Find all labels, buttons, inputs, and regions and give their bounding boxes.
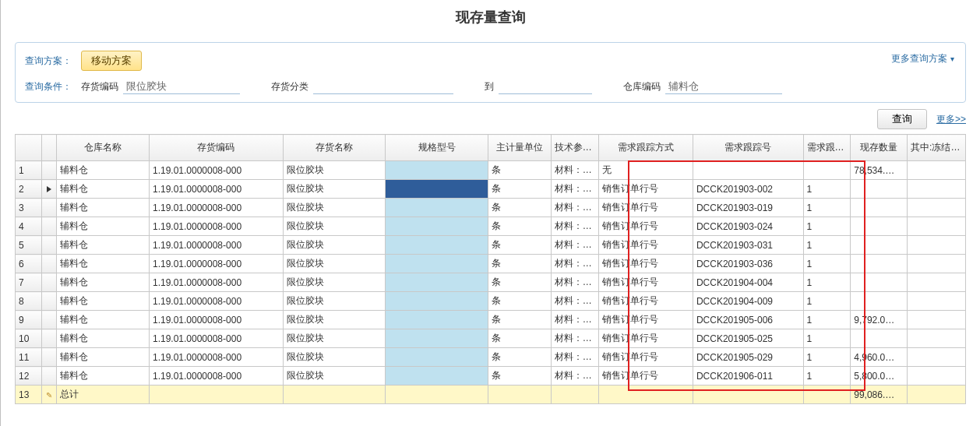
table-row[interactable]: 8辅料仓1.19.01.0000008-000限位胶块条材料：K…销售订单行号D… [16, 292, 966, 311]
cell-tech: 材料：K… [551, 273, 598, 292]
cell-spec[interactable] [386, 273, 488, 292]
plan-button[interactable]: 移动方案 [81, 51, 142, 71]
cell-idx: 2 [16, 180, 42, 199]
cell-unit: 条 [488, 255, 551, 273]
cell-unit: 条 [488, 348, 551, 367]
cell-unit: 条 [488, 236, 551, 255]
cell-dtm: 销售订单行号 [598, 311, 693, 329]
cell-frz [908, 348, 966, 367]
pencil-icon: ✎ [46, 391, 52, 400]
cell-unit: 条 [488, 329, 551, 348]
cell-dtn: DCCK201904-004 [693, 273, 803, 292]
cell-spec[interactable] [386, 161, 488, 180]
cell-tech: 材料：K… [551, 367, 598, 386]
cell-unit: 条 [488, 292, 551, 311]
cell-unit: 条 [488, 217, 551, 236]
cell-name: 限位胶块 [283, 161, 386, 180]
cell-idx: 8 [16, 292, 42, 311]
cell-qty [851, 329, 908, 348]
col-name-header[interactable]: 存货名称 [283, 135, 386, 161]
cell-mark [42, 199, 56, 217]
col-tech-header[interactable]: 技术参数1 [551, 135, 598, 161]
cell-code: 1.19.01.0000008-000 [149, 161, 283, 180]
cell-dtn [693, 161, 803, 180]
cell-mark [42, 348, 56, 367]
table-row[interactable]: 12辅料仓1.19.01.0000008-000限位胶块条材料：K…销售订单行号… [16, 367, 966, 386]
cell-tech: 材料：K… [551, 292, 598, 311]
table-row[interactable]: 5辅料仓1.19.01.0000008-000限位胶块条材料：K…销售订单行号D… [16, 236, 966, 255]
cell-idx: 3 [16, 199, 42, 217]
col-unit-header[interactable]: 主计量单位 [488, 135, 551, 161]
table-row[interactable]: 7辅料仓1.19.01.0000008-000限位胶块条材料：K…销售订单行号D… [16, 273, 966, 292]
cell-dtl: 1 [803, 311, 851, 329]
cell-spec[interactable] [386, 292, 488, 311]
cell-wh: 辅料仓 [56, 292, 149, 311]
cell-tech: 材料：K… [551, 311, 598, 329]
cell-mark [42, 236, 56, 255]
table-row[interactable]: 11辅料仓1.19.01.0000008-000限位胶块条材料：K…销售订单行号… [16, 348, 966, 367]
cell-spec[interactable] [386, 255, 488, 273]
cell-wh: 辅料仓 [56, 236, 149, 255]
cell-dtm: 销售订单行号 [598, 273, 693, 292]
cell-code: 1.19.01.0000008-000 [149, 217, 283, 236]
col-spec-header[interactable]: 规格型号 [386, 135, 488, 161]
cell-qty: 78,534.… [851, 161, 908, 180]
cell-spec[interactable] [386, 367, 488, 386]
cell-dtm: 销售订单行号 [598, 292, 693, 311]
cell-dtn: DCCK201903-036 [693, 255, 803, 273]
cell-dtn: DCCK201903-002 [693, 180, 803, 199]
col-wh-header[interactable]: 仓库名称 [56, 135, 149, 161]
table-row[interactable]: 3辅料仓1.19.01.0000008-000限位胶块条材料：K…销售订单行号D… [16, 199, 966, 217]
table-row[interactable]: 6辅料仓1.19.01.0000008-000限位胶块条材料：K…销售订单行号D… [16, 255, 966, 273]
cell-dtn: DCCK201905-029 [693, 348, 803, 367]
cell-code: 1.19.01.0000008-000 [149, 255, 283, 273]
cell-spec[interactable] [386, 329, 488, 348]
col-dtn-header[interactable]: 需求跟踪号 [693, 135, 803, 161]
cell-name: 限位胶块 [283, 199, 386, 217]
cell-dtl: 1 [803, 273, 851, 292]
col-idx-header[interactable] [16, 135, 42, 161]
cell-spec[interactable] [386, 236, 488, 255]
query-button[interactable]: 查询 [877, 109, 927, 129]
to-input[interactable] [499, 79, 592, 94]
cell-qty: 5,800.0… [851, 367, 908, 386]
cell-idx: 5 [16, 236, 42, 255]
table-row[interactable]: 2辅料仓1.19.01.0000008-000限位胶块条材料：K…销售订单行号D… [16, 180, 966, 199]
col-dtm-header[interactable]: 需求跟踪方式 [598, 135, 693, 161]
cell-dtn: DCCK201905-006 [693, 311, 803, 329]
cell-tech: 材料：K… [551, 255, 598, 273]
cell-unit: 条 [488, 180, 551, 199]
table-row[interactable]: 10辅料仓1.19.01.0000008-000限位胶块条材料：K…销售订单行号… [16, 329, 966, 348]
inv-code-input[interactable] [123, 79, 240, 94]
cell-frz [908, 273, 966, 292]
more-link[interactable]: 更多>> [936, 113, 966, 126]
cell-spec[interactable] [386, 311, 488, 329]
cell-spec[interactable] [386, 348, 488, 367]
cell-dtm: 销售订单行号 [598, 348, 693, 367]
cell-name: 限位胶块 [283, 217, 386, 236]
col-dtl-header[interactable]: 需求跟踪行号 [803, 135, 851, 161]
col-frz-header[interactable]: 其中:冻结数量 [908, 135, 966, 161]
wh-code-label: 仓库编码 [623, 80, 661, 93]
cell-qty [851, 180, 908, 199]
col-code-header[interactable]: 存货编码 [149, 135, 283, 161]
cell-idx: 4 [16, 217, 42, 236]
cell-mark [42, 180, 56, 199]
cell-wh: 辅料仓 [56, 273, 149, 292]
table-row[interactable]: 9辅料仓1.19.01.0000008-000限位胶块条材料：K…销售订单行号D… [16, 311, 966, 329]
more-plans-link[interactable]: 更多查询方案 [891, 52, 954, 65]
cell-spec[interactable] [386, 217, 488, 236]
inv-cat-input[interactable] [313, 79, 453, 94]
cell-dtl: 1 [803, 329, 851, 348]
cell-frz [908, 199, 966, 217]
cell-name: 限位胶块 [283, 348, 386, 367]
plan-label: 查询方案： [25, 55, 72, 68]
table-row[interactable]: 1辅料仓1.19.01.0000008-000限位胶块条材料：K…无78,534… [16, 161, 966, 180]
cell-spec[interactable] [386, 199, 488, 217]
cell-spec[interactable] [386, 180, 488, 199]
col-qty-header[interactable]: 现存数量 [851, 135, 908, 161]
col-mark-header[interactable] [42, 135, 56, 161]
wh-code-input[interactable] [665, 79, 782, 94]
table-row[interactable]: 4辅料仓1.19.01.0000008-000限位胶块条材料：K…销售订单行号D… [16, 217, 966, 236]
page-title: 现存量查询 [1, 0, 980, 34]
